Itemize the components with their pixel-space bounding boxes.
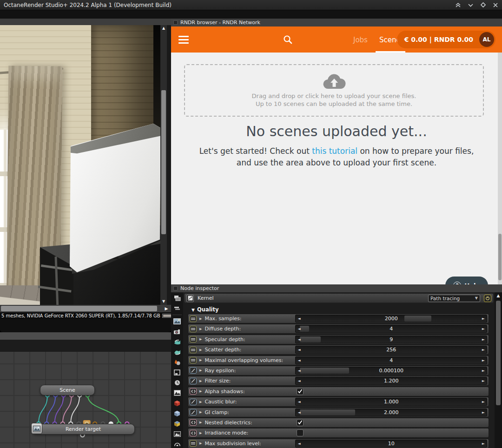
slider-right-arrow-icon[interactable]: ►	[480, 358, 487, 362]
parameter-slider[interactable]: ◄4►	[295, 356, 487, 364]
browser-scroll-thumb[interactable]	[498, 234, 502, 280]
scroll-down-icon[interactable]: ▼	[160, 298, 167, 305]
parameter-checkbox[interactable]	[297, 388, 304, 395]
expand-arrow-icon[interactable]: ▶	[199, 400, 202, 404]
inspector-scrollbar[interactable]: ▲	[495, 292, 502, 448]
node-graph-editor[interactable]: Scene Render target	[0, 352, 171, 448]
node-inspector-tab[interactable]: Node inspector	[171, 284, 502, 292]
copy-flat-icon[interactable]	[172, 304, 182, 312]
parameter-slider[interactable]: ◄2.000►	[295, 408, 487, 416]
render-target-node[interactable]: Render target	[32, 424, 135, 435]
postproc-icon[interactable]	[172, 440, 182, 448]
parameter-slider[interactable]: ◄256►	[295, 346, 487, 354]
slider-right-arrow-icon[interactable]: ►	[480, 369, 487, 373]
render-viewport[interactable]	[0, 25, 160, 305]
film-frame-icon[interactable]	[172, 369, 182, 376]
scroll-right-icon[interactable]: ▶	[163, 305, 170, 312]
parameter-slider[interactable]: ◄10►	[295, 440, 487, 448]
slider-right-arrow-icon[interactable]: ►	[480, 348, 487, 352]
tutorial-link[interactable]: this tutorial	[312, 146, 357, 156]
tab-jobs[interactable]: Jobs	[353, 36, 368, 44]
parameter-row: ▶Maximal overlapping volumes:◄4►	[188, 356, 489, 365]
bool-pin-icon[interactable]	[190, 388, 197, 395]
int-pin-icon[interactable]	[190, 316, 197, 322]
expand-arrow-icon[interactable]: ▶	[199, 337, 202, 341]
parameter-slider[interactable]: ◄0.000100►	[295, 367, 487, 375]
int-pin-icon[interactable]	[190, 440, 197, 447]
slider-right-arrow-icon[interactable]: ►	[480, 379, 487, 383]
expand-arrow-icon[interactable]: ▶	[199, 348, 202, 352]
parameter-slider[interactable]: ◄1.000►	[295, 398, 487, 406]
red-cube-icon[interactable]	[172, 399, 182, 407]
parameter-slider[interactable]: ◄9►	[295, 336, 487, 343]
clock-icon[interactable]	[172, 379, 182, 387]
int-pin-icon[interactable]	[190, 326, 197, 332]
search-icon[interactable]	[283, 34, 293, 45]
quality-section-header[interactable]: ▼Quality	[192, 306, 219, 313]
slider-right-arrow-icon[interactable]: ►	[480, 441, 487, 446]
parameter-checkbox[interactable]	[297, 429, 304, 436]
int-pin-icon[interactable]	[190, 347, 197, 353]
kernel-node-bar[interactable]: Kernel Path tracing ▼	[184, 293, 494, 303]
shade-window-button[interactable]	[455, 2, 461, 8]
expand-arrow-icon[interactable]: ▶	[199, 379, 202, 383]
node-wire	[39, 395, 47, 424]
expand-arrow-icon[interactable]: ▶	[199, 389, 202, 393]
slider-right-arrow-icon[interactable]: ►	[480, 327, 487, 331]
kernel-type-dropdown[interactable]: Path tracing ▼	[428, 295, 480, 302]
inspector-scroll-thumb[interactable]	[496, 301, 501, 405]
expand-arrow-icon[interactable]: ▶	[199, 421, 202, 424]
material-icon[interactable]	[172, 358, 182, 366]
slider-right-arrow-icon[interactable]: ►	[480, 316, 487, 321]
parameter-checkbox[interactable]	[297, 419, 304, 426]
float-pin-icon[interactable]	[190, 409, 197, 415]
int-pin-icon[interactable]	[190, 336, 197, 343]
menu-hamburger-icon[interactable]	[178, 36, 189, 44]
close-window-button[interactable]	[493, 2, 498, 8]
expand-arrow-icon[interactable]: ▶	[199, 317, 202, 321]
render-passes-icon[interactable]	[172, 389, 182, 397]
expand-arrow-icon[interactable]: ▶	[199, 410, 202, 414]
parameter-slider[interactable]: ◄1.200►	[295, 377, 487, 385]
scroll-up-icon[interactable]: ▲	[495, 293, 502, 298]
rndr-browser-tab[interactable]: RNDR browser - RNDR Network	[171, 19, 502, 26]
scroll-up-icon[interactable]: ▲	[160, 25, 167, 32]
camera-icon[interactable]	[172, 328, 182, 336]
scene-node[interactable]: Scene	[40, 385, 95, 395]
viewport-vertical-scrollbar[interactable]: ▲ ▼	[160, 25, 167, 305]
blue-cube-icon[interactable]	[172, 409, 182, 417]
horizontal-scroll-thumb[interactable]	[1, 306, 157, 311]
float-pin-icon[interactable]	[190, 367, 197, 374]
show-in-graph-button[interactable]	[484, 295, 491, 302]
expand-arrow-icon[interactable]: ▶	[199, 441, 202, 445]
expand-arrow-icon[interactable]: ▶	[199, 369, 202, 372]
avatar[interactable]: AL	[479, 32, 494, 47]
bool-pin-icon[interactable]	[190, 419, 197, 426]
slider-right-arrow-icon[interactable]: ►	[480, 337, 487, 342]
slider-right-arrow-icon[interactable]: ►	[480, 410, 487, 415]
balance-chip[interactable]: € 0.00 | RNDR 0.00 AL	[397, 31, 495, 48]
restore-diamond-button[interactable]	[480, 2, 486, 8]
viewport-horizontal-scrollbar[interactable]: ▶	[0, 305, 171, 312]
browser-scrollbar[interactable]	[498, 53, 502, 284]
slider-right-arrow-icon[interactable]: ►	[480, 400, 487, 404]
panel-splitter[interactable]	[0, 332, 171, 340]
expand-arrow-icon[interactable]: ▶	[199, 431, 202, 435]
environment-icon[interactable]	[172, 338, 182, 346]
expand-arrow-icon[interactable]: ▶	[199, 327, 202, 331]
upload-dropzone[interactable]: Drag and drop or click here to upload yo…	[184, 64, 484, 117]
vertical-scroll-thumb[interactable]	[161, 90, 166, 234]
collapse-down-button[interactable]	[468, 2, 474, 8]
textured-box-icon[interactable]	[172, 420, 182, 428]
imager-icon[interactable]	[172, 430, 182, 438]
float-pin-icon[interactable]	[190, 378, 197, 384]
image-node-icon[interactable]	[172, 317, 182, 325]
int-pin-icon[interactable]	[190, 357, 197, 363]
expand-arrow-icon[interactable]: ▶	[199, 358, 202, 362]
bool-pin-icon[interactable]	[190, 430, 197, 436]
environment-rotate-icon[interactable]	[172, 348, 182, 356]
copy-nodes-icon[interactable]	[172, 294, 182, 302]
parameter-slider[interactable]: ◄4►	[295, 325, 487, 333]
parameter-slider[interactable]: ◄2000►	[295, 315, 487, 323]
float-pin-icon[interactable]	[190, 399, 197, 405]
